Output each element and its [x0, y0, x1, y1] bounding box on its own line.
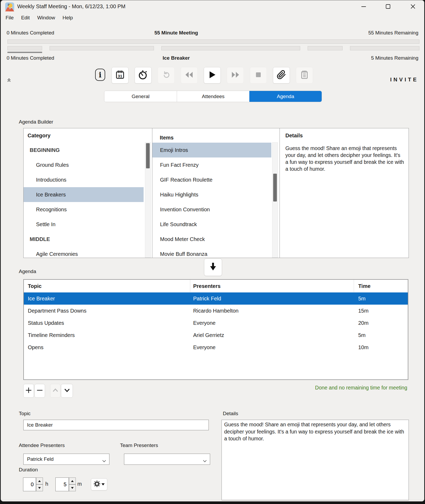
agenda-row[interactable]: Ice BreakerPatrick Feld5m	[24, 292, 408, 305]
segment-bar-3	[308, 46, 342, 50]
menu-file[interactable]: File	[5, 14, 14, 21]
move-item-up-button[interactable]	[50, 384, 60, 398]
attendee-presenters-label: Attendee Presenters	[19, 442, 65, 448]
items-row[interactable]: Haiku Highlights	[152, 187, 271, 202]
triangle-down-icon	[71, 487, 74, 489]
minutes-stepper	[69, 477, 76, 491]
minutes-increment-button[interactable]	[69, 477, 76, 484]
segment-bar-0	[7, 46, 42, 50]
agenda-cell: Ice Breaker	[28, 292, 55, 305]
items-row[interactable]: Fun Fact Frenzy	[152, 157, 271, 172]
duration-minutes-input[interactable]	[55, 477, 69, 491]
reset-button[interactable]	[158, 67, 175, 84]
calendar-31-button[interactable]: 31	[112, 67, 129, 84]
maximize-button[interactable]	[382, 1, 394, 12]
minutes-decrement-button[interactable]	[69, 484, 76, 491]
fast-forward-button[interactable]	[227, 67, 244, 84]
time-status-message: Done and no remaining time for meeting	[315, 385, 407, 391]
agenda-cell: Everyone	[193, 317, 216, 329]
items-scrollbar-thumb[interactable]	[273, 174, 277, 201]
section-completed-label: 0 Minutes Completed	[7, 55, 54, 61]
add-to-agenda-button[interactable]	[204, 258, 222, 276]
agenda-cell: 5m	[358, 329, 366, 341]
hours-decrement-button[interactable]	[36, 484, 43, 491]
tab-attendees[interactable]: Attendees	[177, 91, 249, 102]
remove-agenda-item-button[interactable]	[34, 384, 45, 398]
play-button[interactable]	[204, 67, 221, 84]
details-textarea[interactable]: Guess the mood! Share an emoji that repr…	[222, 420, 409, 500]
menu-bar: FileEditWindowHelp	[5, 13, 73, 23]
minus-icon	[36, 386, 44, 395]
tab-agenda[interactable]: Agenda	[249, 91, 322, 102]
title-bar[interactable]: Weekly Staff Meeting - Mon, 6/12/23, 1:0…	[1, 0, 424, 13]
items-row[interactable]: Life Soundtrack	[152, 217, 271, 232]
category-row[interactable]: Ground Rules	[24, 157, 144, 172]
close-button[interactable]	[407, 1, 419, 12]
header-divider	[354, 280, 354, 292]
chevron-down-icon	[63, 386, 71, 395]
agenda-cell: Status Updates	[28, 317, 64, 329]
dropdown-arrow-icon	[101, 483, 105, 485]
tab-general[interactable]: General	[104, 91, 177, 102]
category-row[interactable]: Recognitions	[24, 202, 144, 217]
agenda-cell: 5m	[358, 292, 366, 305]
items-scrollbar-track[interactable]	[272, 142, 278, 258]
stopwatch-button[interactable]	[135, 67, 152, 84]
rewind-icon	[184, 71, 194, 80]
invite-button[interactable]: INVITE	[390, 77, 418, 83]
segment-progress-row	[7, 46, 419, 50]
overall-progress-bar	[7, 40, 419, 44]
category-row[interactable]: MIDDLE	[24, 232, 144, 247]
items-row[interactable]: GIF Reaction Roulette	[152, 172, 271, 187]
category-row[interactable]: Ice Breakers	[24, 187, 144, 202]
stop-button[interactable]	[250, 67, 267, 84]
items-list: Emoji IntrosFun Fact FrenzyGIF Reaction …	[152, 143, 271, 258]
move-item-down-button[interactable]	[61, 384, 73, 398]
details-label: Details	[223, 411, 238, 417]
agenda-row[interactable]: Department Pass DownsRicardo Hambelton15…	[24, 305, 408, 317]
duration-label: Duration	[19, 467, 38, 473]
category-scrollbar-track[interactable]	[145, 142, 151, 258]
menu-window[interactable]: Window	[37, 14, 56, 21]
team-presenters-select[interactable]	[124, 454, 210, 465]
category-row[interactable]: BEGINNING	[24, 143, 144, 157]
notepad-button[interactable]	[296, 67, 313, 84]
column-divider	[280, 128, 280, 258]
items-row[interactable]: Movie Buff Bonanza	[152, 247, 271, 258]
paperclip-icon	[277, 70, 286, 81]
agenda-row[interactable]: Status UpdatesEveryone20m	[24, 317, 408, 329]
overall-completed-label: 0 Minutes Completed	[7, 30, 54, 36]
current-section-label: Ice Breaker	[163, 55, 190, 61]
duration-options-button[interactable]	[91, 478, 107, 490]
menu-edit[interactable]: Edit	[21, 14, 30, 21]
meeting-toolbar: i31	[1, 67, 424, 84]
svg-text:31: 31	[118, 74, 122, 78]
info-button[interactable]: i	[95, 69, 105, 81]
presenters-column-header: Presenters	[193, 280, 220, 292]
agenda-cell: Ricardo Hambelton	[193, 305, 238, 317]
items-row[interactable]: Mood Meter Check	[152, 232, 271, 247]
duration-hours-input[interactable]	[23, 477, 36, 491]
category-row[interactable]: Agile Ceremonies	[24, 247, 144, 258]
arrow-down-icon	[209, 262, 218, 273]
category-scrollbar-thumb[interactable]	[146, 143, 150, 168]
items-row[interactable]: Invention Convention	[152, 202, 271, 217]
paperclip-button[interactable]	[273, 67, 290, 84]
agenda-cell: Timeline Reminders	[28, 329, 75, 341]
hours-increment-button[interactable]	[36, 477, 43, 484]
menu-help[interactable]: Help	[62, 14, 73, 21]
minimize-button[interactable]	[357, 1, 370, 12]
triangle-up-icon	[71, 480, 74, 482]
rewind-button[interactable]	[181, 67, 198, 84]
chevron-down-icon	[203, 458, 207, 464]
attendee-presenters-select[interactable]: Patrick Feld	[23, 454, 109, 465]
add-agenda-item-button[interactable]	[23, 384, 34, 398]
segment-bar-1	[50, 46, 154, 50]
agenda-row[interactable]: Timeline RemindersAriel Gerrietz5m	[24, 329, 408, 341]
triangle-down-icon	[38, 487, 41, 489]
topic-input[interactable]	[23, 420, 209, 430]
items-row[interactable]: Emoji Intros	[152, 143, 271, 157]
category-row[interactable]: Introductions	[24, 172, 144, 187]
category-row[interactable]: Settle In	[24, 217, 144, 232]
agenda-row[interactable]: OpensEveryone10m	[24, 341, 408, 353]
